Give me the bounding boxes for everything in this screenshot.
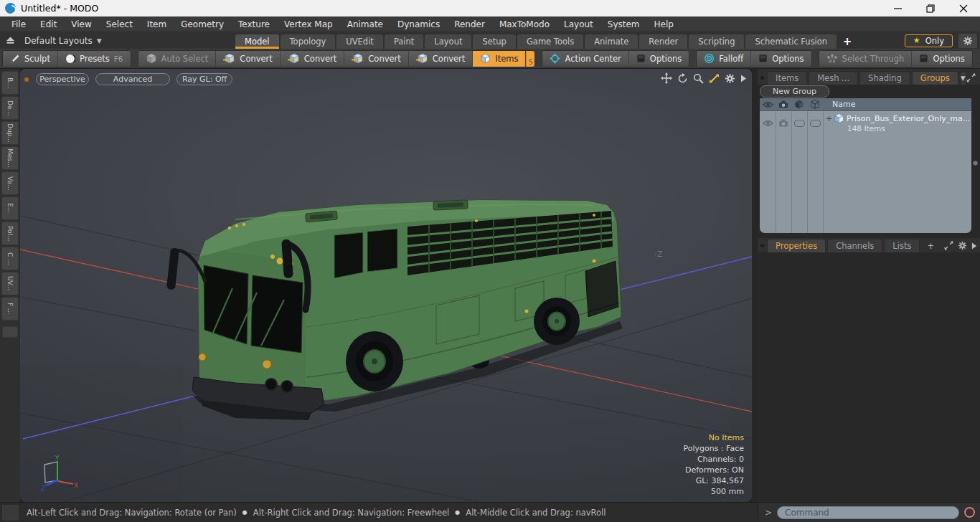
- rail-tab-de[interactable]: De...: [1, 96, 19, 120]
- record-macro-icon[interactable]: [964, 507, 975, 518]
- options-button[interactable]: Options: [751, 51, 811, 67]
- viewport-ray-gl-off-button[interactable]: Ray GL: Off: [176, 73, 232, 85]
- expand-panel-icon[interactable]: [944, 241, 953, 250]
- solid-column-header[interactable]: [791, 98, 807, 110]
- zoom-icon[interactable]: [693, 73, 704, 84]
- falloff-button[interactable]: Falloff: [697, 51, 751, 67]
- tab-overflow-button[interactable]: ▼: [960, 71, 966, 85]
- row-visibility-toggle[interactable]: [760, 111, 776, 135]
- layout-tab-uvedit[interactable]: UVEdit: [336, 34, 383, 49]
- viewport-advanced-button[interactable]: Advanced: [95, 73, 170, 85]
- wire-column-header[interactable]: [807, 98, 823, 110]
- menu-help[interactable]: Help: [647, 16, 681, 32]
- layout-tab-paint[interactable]: Paint: [385, 34, 423, 49]
- layout-tab-topology[interactable]: Topology: [281, 34, 336, 49]
- tab-[interactable]: +: [921, 239, 940, 252]
- panel-more-icon[interactable]: [971, 242, 977, 250]
- scene-canvas[interactable]: -Z: [20, 69, 752, 502]
- panel-knob[interactable]: [760, 76, 764, 80]
- action-center-button[interactable]: Action Center: [542, 51, 628, 67]
- rail-tab-ve[interactable]: Ve...: [1, 171, 19, 195]
- tab-items[interactable]: Items: [767, 71, 807, 85]
- convert-button[interactable]: Convert: [344, 51, 408, 67]
- menu-geometry[interactable]: Geometry: [174, 16, 231, 32]
- name-column-header[interactable]: Name: [823, 100, 971, 109]
- layout-tab-animate[interactable]: Animate: [585, 34, 638, 49]
- rail-tab-mes[interactable]: Mes...: [1, 146, 19, 170]
- convert-button[interactable]: Convert: [409, 51, 473, 67]
- row-solid-checkbox[interactable]: [791, 111, 807, 135]
- orbit-icon[interactable]: [677, 73, 688, 84]
- menu-file[interactable]: File: [4, 16, 33, 32]
- visibility-column-header[interactable]: [760, 98, 776, 110]
- panel-knob[interactable]: [760, 244, 764, 247]
- options-button[interactable]: Options: [912, 51, 971, 67]
- pan-icon[interactable]: [661, 72, 672, 84]
- layoutbar-settings-button[interactable]: [958, 34, 977, 48]
- 3d-viewport[interactable]: -Z: [20, 69, 752, 502]
- menu-item[interactable]: Item: [140, 16, 174, 32]
- only-filter-button[interactable]: ★ Only: [905, 34, 953, 47]
- command-input[interactable]: [777, 506, 959, 519]
- rail-tab-uv[interactable]: UV...: [1, 272, 19, 295]
- maximize-icon[interactable]: [709, 73, 720, 84]
- render-column-header[interactable]: [776, 98, 791, 110]
- close-button[interactable]: [947, 0, 980, 16]
- rail-tab-b[interactable]: B...: [1, 71, 19, 95]
- layout-tab-layout[interactable]: Layout: [425, 34, 471, 49]
- items-button[interactable]: Items: [473, 51, 526, 67]
- group-name[interactable]: Prison_Bus_Exterior_Only_ma...: [847, 114, 970, 123]
- expand-toggle[interactable]: +: [826, 114, 831, 123]
- tab-mesh[interactable]: Mesh ...: [809, 71, 858, 85]
- menu-maxtomodo[interactable]: MaxToModo: [492, 16, 557, 32]
- menu-system[interactable]: System: [600, 16, 647, 32]
- layout-tab-schematic-fusion[interactable]: Schematic Fusion: [745, 34, 837, 49]
- menu-view[interactable]: View: [64, 16, 98, 32]
- rail-extra-button[interactable]: [2, 326, 18, 338]
- collapse-toolbar-button[interactable]: [0, 32, 20, 49]
- new-group-button[interactable]: New Group: [760, 85, 829, 98]
- layout-tab-model[interactable]: Model: [235, 34, 279, 49]
- tree-scrollbar-nub[interactable]: [973, 161, 978, 166]
- row-render-toggle[interactable]: [776, 111, 791, 135]
- layout-switcher[interactable]: Default Layouts ▼: [20, 36, 102, 46]
- menu-layout[interactable]: Layout: [557, 16, 600, 32]
- layout-tab-scripting[interactable]: Scripting: [689, 34, 744, 49]
- more-icon[interactable]: [740, 75, 747, 82]
- settings-icon[interactable]: [725, 73, 735, 84]
- select-through-button[interactable]: Select Through: [819, 51, 913, 67]
- rail-tab-c[interactable]: C ...: [1, 247, 19, 270]
- layout-tab-render[interactable]: Render: [639, 34, 687, 49]
- layout-tab-game-tools[interactable]: Game Tools: [517, 34, 583, 49]
- statusbar-corner-tile[interactable]: [1, 504, 19, 521]
- tab-channels[interactable]: Channels: [827, 239, 882, 252]
- tab-shading[interactable]: Shading: [859, 71, 910, 85]
- add-layout-tab-button[interactable]: +: [838, 34, 857, 49]
- menu-select[interactable]: Select: [99, 16, 140, 32]
- sculpt-button[interactable]: Sculpt: [3, 51, 58, 67]
- menu-render[interactable]: Render: [447, 16, 492, 32]
- menu-dynamics[interactable]: Dynamics: [390, 16, 447, 32]
- tab-lists[interactable]: Lists: [884, 239, 920, 252]
- convert-button[interactable]: Convert: [281, 51, 344, 67]
- options-button[interactable]: Options: [629, 51, 689, 67]
- rail-tab-pol[interactable]: Pol...: [1, 222, 19, 245]
- tab-groups[interactable]: Groups: [912, 71, 958, 85]
- presets-button[interactable]: PresetsF6: [58, 51, 131, 67]
- menu-texture[interactable]: Texture: [231, 16, 277, 32]
- menu-animate[interactable]: Animate: [340, 16, 390, 32]
- expand-panel-icon[interactable]: [966, 73, 976, 82]
- viewport-perspective-button[interactable]: Perspective: [36, 73, 89, 85]
- tab-properties[interactable]: Properties: [767, 239, 826, 252]
- menu-edit[interactable]: Edit: [33, 16, 64, 32]
- rail-tab-f[interactable]: F ...: [1, 297, 19, 321]
- restore-button[interactable]: [914, 0, 947, 16]
- gear-icon[interactable]: [958, 241, 967, 250]
- rail-tab-dup[interactable]: Dup...: [1, 121, 19, 145]
- auto-select-button[interactable]: Auto Select: [138, 51, 217, 67]
- convert-button[interactable]: Convert: [216, 51, 280, 67]
- viewport-menu-dot[interactable]: [24, 77, 29, 82]
- rail-tab-e[interactable]: E...: [1, 196, 19, 220]
- menu-vertex-map[interactable]: Vertex Map: [277, 16, 340, 32]
- row-wire-checkbox[interactable]: [807, 111, 823, 135]
